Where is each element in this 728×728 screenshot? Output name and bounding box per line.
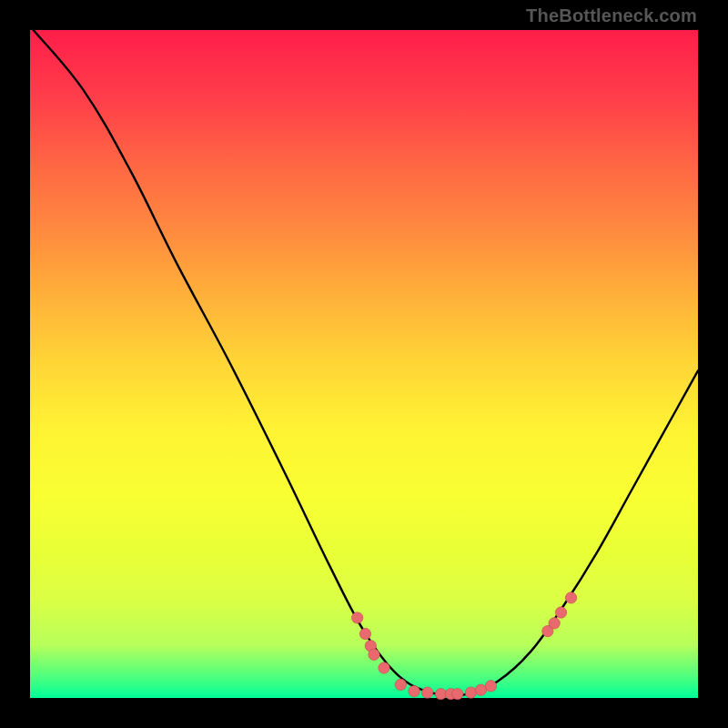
data-dot xyxy=(549,618,560,629)
data-dot xyxy=(465,687,476,698)
plot-area xyxy=(30,30,698,698)
data-dot xyxy=(565,592,576,603)
data-dot xyxy=(369,649,379,660)
attribution-label: TheBottleneck.com xyxy=(526,5,697,26)
data-dot xyxy=(435,688,446,699)
bottleneck-curve xyxy=(34,30,698,696)
data-dot xyxy=(475,684,486,695)
data-dot xyxy=(351,612,362,623)
data-dot xyxy=(452,688,463,699)
data-dots xyxy=(351,592,576,700)
data-dot xyxy=(395,679,406,690)
data-dot xyxy=(409,685,420,696)
data-dot xyxy=(359,628,370,639)
data-dot xyxy=(555,607,566,618)
data-dot xyxy=(485,681,496,692)
chart-svg xyxy=(30,30,698,698)
data-dot xyxy=(379,662,389,673)
data-dot xyxy=(422,687,433,698)
chart-container: TheBottleneck.com xyxy=(0,0,728,728)
